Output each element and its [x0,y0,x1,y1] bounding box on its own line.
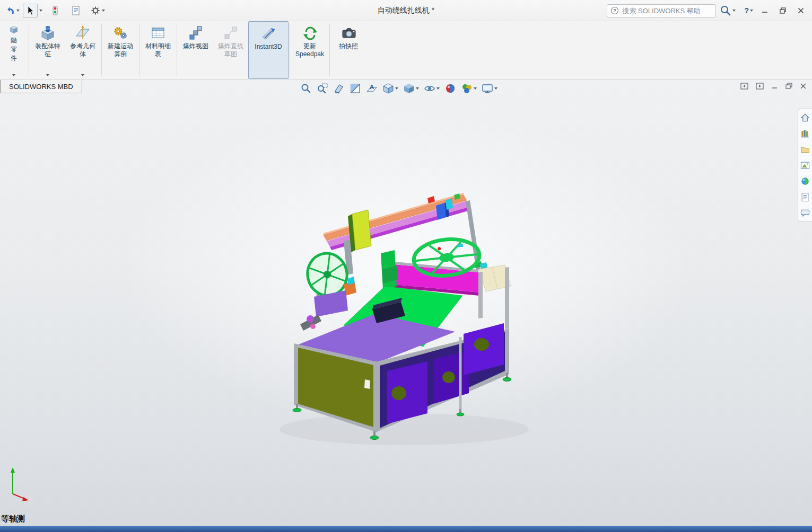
assembly-features-label: 装配体特征 [32,42,63,58]
bill-of-materials-label: 材料明细表 [143,42,173,58]
custom-properties-icon[interactable] [800,192,810,202]
previous-view-icon [333,83,345,94]
rebuild-button[interactable] [48,4,62,17]
new-motion-study-icon [112,25,128,41]
pane-right-icon[interactable] [756,83,764,90]
ribbon-separator [101,24,102,76]
maximize-icon [780,7,786,14]
view-settings-button[interactable] [481,82,499,95]
exploded-view-icon [188,25,204,41]
search-dropdown-caret[interactable] [732,10,736,12]
update-speedpak-button[interactable]: 更新 Speedpak [291,21,328,79]
apply-scene-button[interactable] [460,82,478,95]
bill-of-materials-button[interactable]: 材料明细表 [141,21,176,79]
select-tool-button[interactable] [23,4,38,17]
ribbon-separator [329,24,330,76]
options-gear-icon [90,5,101,16]
explode-line-sketch-button[interactable]: 爆炸直线草图 [213,21,248,79]
close-icon [798,7,804,14]
explode-line-sketch-label: 爆炸直线草图 [215,42,246,58]
options-dropdown-caret[interactable] [102,10,105,12]
view-orientation-icon [382,83,394,94]
zoom-area-icon [317,83,328,94]
title-bar: 自动绕线扎线机 * ? ? [0,0,812,21]
display-style-caret[interactable] [416,87,419,90]
tab-solidworks-mbd-label: SOLIDWORKS MBD [9,83,73,91]
apply-scene-caret[interactable] [474,87,477,90]
assembly-model[interactable] [0,80,812,526]
edit-appearance-icon [444,83,456,94]
view-palette-icon[interactable] [800,160,810,171]
reference-geometry-label: 参考几何体 [67,42,98,58]
forum-icon[interactable] [800,208,810,218]
solidworks-window: 自动绕线扎线机 * ? ? [0,0,812,532]
help-search-box[interactable]: ? [607,4,716,17]
maximize-button[interactable] [775,4,791,17]
home-icon[interactable] [800,112,810,123]
doc-restore-icon[interactable] [785,83,792,90]
graphics-viewport[interactable]: SOLIDWORKS MBD [0,80,812,526]
instant3d-button[interactable]: Instant3D [248,21,289,79]
new-motion-study-label: 新建运动算例 [105,42,136,58]
help-button[interactable]: ? [743,5,755,16]
search-magnifier-icon [720,5,731,16]
svg-text:A: A [370,84,374,90]
assembly-features-button[interactable]: 装配体特征 [30,21,65,79]
reference-triad [11,467,29,501]
help-icon: ? [744,6,749,15]
hide-show-items-caret[interactable] [436,87,440,90]
minimize-icon [762,7,768,14]
pane-left-icon[interactable] [740,83,748,90]
appearances-icon[interactable] [800,176,810,187]
zoom-area-button[interactable] [316,82,329,95]
close-button[interactable] [793,4,809,17]
exploded-view-button[interactable]: 爆炸视图 [178,21,213,79]
take-snapshot-icon [340,25,356,41]
minimize-button[interactable] [757,4,773,17]
rebuild-icon [50,5,60,16]
options-button[interactable] [89,4,107,17]
update-speedpak-icon [302,25,318,41]
search-input[interactable] [622,7,702,15]
doc-minimize-icon[interactable] [771,83,778,90]
ribbon-separator [290,24,290,76]
select-arrow-icon [25,5,36,16]
view-orientation-button[interactable] [381,82,399,95]
instant3d-label: Instant3D [251,43,286,51]
hide-components-caret[interactable] [12,74,15,76]
assembly-features-icon [40,25,56,41]
zoom-fit-button[interactable] [299,82,313,95]
edit-appearance-button[interactable] [443,82,457,95]
select-dropdown-caret[interactable] [39,10,42,12]
take-snapshot-button[interactable]: 拍快照 [331,21,366,79]
section-view-button[interactable] [348,82,362,95]
reference-geometry-button[interactable]: 参考几何体 [65,21,100,79]
reference-geometry-caret[interactable] [81,74,84,76]
ribbon-separator [177,24,177,76]
tab-solidworks-mbd[interactable]: SOLIDWORKS MBD [0,80,82,93]
heads-up-view-toolbar: A [299,82,499,95]
new-motion-study-button[interactable]: 新建运动算例 [103,21,138,79]
file-properties-icon [71,5,81,16]
view-orientation-caret[interactable] [395,87,398,90]
document-window-controls [740,83,807,90]
view-orientation-label: 等轴测 [1,514,25,524]
assembly-features-caret[interactable] [46,74,49,76]
undo-icon [5,5,15,16]
undo-button[interactable] [3,4,21,17]
annotation-views-button[interactable]: A [365,82,379,95]
design-library-icon[interactable] [800,128,810,139]
update-speedpak-label: 更新 Speedpak [293,42,326,58]
display-style-button[interactable] [402,82,420,95]
undo-dropdown-caret[interactable] [16,10,20,12]
previous-view-button[interactable] [332,82,346,95]
hide-show-items-button[interactable] [423,82,441,95]
doc-close-icon[interactable] [800,83,807,90]
file-explorer-icon[interactable] [800,144,810,155]
file-properties-button[interactable] [69,4,83,17]
quick-access-toolbar [0,4,107,17]
search-button[interactable] [718,4,737,17]
view-settings-caret[interactable] [494,87,497,90]
hide-components-button[interactable]: 隐零件 [0,21,28,79]
help-dropdown-caret[interactable] [750,10,753,12]
